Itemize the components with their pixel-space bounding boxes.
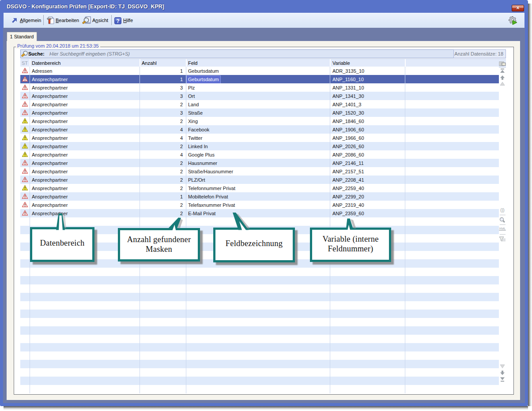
- svg-text:?: ?: [116, 18, 119, 24]
